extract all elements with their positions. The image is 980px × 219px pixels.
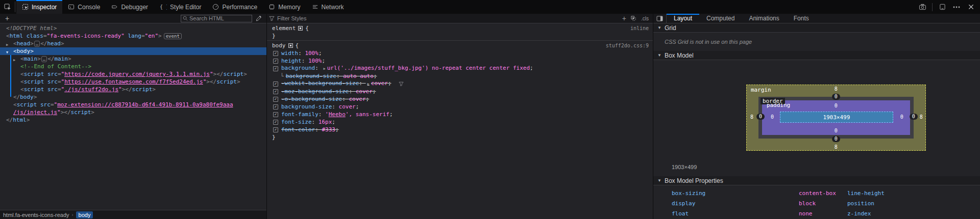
rule-source-link[interactable]: stuff2do.css:9 <box>606 42 649 49</box>
css-declaration[interactable]: ✓font-family: 'Heebo', sans-serif; <box>272 111 649 118</box>
pick-element-button[interactable] <box>0 2 15 12</box>
rule-source-link[interactable]: inline <box>630 24 649 32</box>
css-declaration[interactable]: ✓height: 100%; <box>272 57 649 65</box>
css-declaration[interactable]: ✓width: 100%; <box>272 49 649 57</box>
expand-value-icon[interactable]: ▶ <box>368 82 370 86</box>
declaration-checkbox[interactable]: ✓ <box>273 89 278 94</box>
box-model-properties-header[interactable]: ▼ Box Model Properties <box>653 176 980 185</box>
markup-token <box>44 70 47 78</box>
css-declaration[interactable]: ✓-webkit-background-size: ▶cover; <box>272 80 649 88</box>
tab-computed[interactable]: Computed <box>699 14 742 23</box>
css-declaration[interactable]: └background-size: auto auto; <box>272 72 649 80</box>
add-rule-button[interactable]: + <box>622 14 626 22</box>
sidebar-toggle-button[interactable] <box>653 14 667 23</box>
overridden-filter-icon[interactable] <box>399 81 404 86</box>
padding-left-value[interactable]: 0 <box>771 114 774 120</box>
markup-row[interactable]: <!--End of Content--> <box>0 63 266 70</box>
padding-bottom-value[interactable]: 0 <box>835 128 838 133</box>
declaration-checkbox[interactable]: ✓ <box>273 112 278 117</box>
toolbox-controls <box>916 0 980 14</box>
margin-left-value[interactable]: 8 <box>750 114 753 120</box>
markup-row[interactable]: <!DOCTYPE html> <box>0 24 266 32</box>
markup-row[interactable]: ▶<head>…</head> <box>0 40 266 47</box>
markup-row[interactable]: </body> <box>0 93 266 101</box>
rule-selector[interactable]: element <box>272 24 296 32</box>
breadcrumb-item[interactable]: body <box>76 211 93 218</box>
filter-styles-input[interactable] <box>277 15 620 21</box>
tab-memory[interactable]: Memory <box>263 0 306 14</box>
search-html-input[interactable] <box>189 15 250 21</box>
value-link[interactable]: Heebo <box>329 111 346 118</box>
event-badge[interactable]: event <box>164 33 182 39</box>
margin-right-value[interactable]: 8 <box>920 114 923 120</box>
declaration-checkbox[interactable]: ✓ <box>273 120 278 125</box>
breadcrumb-item[interactable]: html.fa-events-icons-ready <box>3 212 69 218</box>
expand-ellipsis-badge[interactable]: … <box>34 41 40 47</box>
markup-row[interactable]: <script src="https://use.fontawesome.com… <box>0 78 266 86</box>
highlight-selector-icon[interactable] <box>288 43 293 48</box>
markup-token: = <box>43 32 47 40</box>
css-declaration[interactable]: ✓font-size: 16px; <box>272 118 649 126</box>
declaration-checkbox[interactable]: ✓ <box>273 104 278 110</box>
box-model-section-header[interactable]: ▼ Box Model <box>653 51 980 60</box>
markup-row[interactable]: </html> <box>0 116 266 124</box>
markup-row[interactable]: <script src="./js/stuff2do.js"></script> <box>0 86 266 93</box>
css-declaration[interactable]: ✓background-size: cover; <box>272 103 649 111</box>
tab-inspector[interactable]: Inspector <box>16 0 62 14</box>
eyedropper-button[interactable] <box>253 14 264 23</box>
add-node-button[interactable]: + <box>2 14 12 23</box>
screenshot-button[interactable] <box>916 1 928 13</box>
border-bottom-value[interactable]: 0 <box>832 136 840 142</box>
css-declaration[interactable]: ✓-o-background-size: cover; <box>272 95 649 103</box>
declaration-checkbox[interactable]: ✓ <box>273 59 278 64</box>
close-button[interactable] <box>965 1 977 13</box>
border-top-value[interactable]: 0 <box>832 94 840 100</box>
box-model-section-body: 1903×499 margin border padding 8 0 0 8 0… <box>653 60 980 219</box>
declaration-checkbox[interactable]: ✓ <box>273 97 278 102</box>
markup-token: script <box>17 101 37 108</box>
css-declaration[interactable]: ✓-moz-background-size: cover; <box>272 88 649 95</box>
margin-bottom-value[interactable]: 8 <box>835 144 838 150</box>
markup-row[interactable]: <html class="fa-events-icons-ready" lang… <box>0 32 266 40</box>
tab-debugger[interactable]: Debugger <box>106 0 154 14</box>
toggle-classes-button[interactable]: .cls <box>641 16 649 21</box>
declaration-checkbox[interactable]: ✓ <box>273 81 278 87</box>
padding-top-value[interactable]: 0 <box>835 103 838 108</box>
tab-animations[interactable]: Animations <box>742 14 786 23</box>
markup-token: " <box>54 101 58 108</box>
tab-console[interactable]: Console <box>62 0 106 14</box>
highlight-selector-icon[interactable] <box>298 26 303 31</box>
markup-token: > <box>237 78 240 86</box>
border-right-value[interactable]: 0 <box>910 114 918 120</box>
markup-row[interactable]: <script src="https://code.jquery.com/jqu… <box>0 70 266 78</box>
pseudo-class-icon[interactable] <box>630 15 637 22</box>
css-declaration[interactable]: ✓background: ▶url('../images/stuff_bkg.j… <box>272 65 649 72</box>
expand-ellipsis-badge[interactable]: … <box>41 56 47 62</box>
declaration-checkbox[interactable]: ✓ <box>273 127 278 132</box>
responsive-design-button[interactable] <box>936 1 948 13</box>
tab-label: Animations <box>749 15 779 22</box>
markup-row[interactable]: ▼<body> <box>0 47 266 55</box>
markup-row[interactable]: /js/inject.js"></script> <box>0 108 266 116</box>
css-declaration[interactable]: ✓font-color: #333; <box>272 126 649 133</box>
declaration-checkbox[interactable]: ✓ <box>273 51 278 56</box>
border-left-value[interactable]: 0 <box>756 114 765 120</box>
meatball-menu-button[interactable] <box>950 1 963 13</box>
margin-top-value[interactable]: 8 <box>835 86 838 92</box>
tab-network[interactable]: Network <box>306 0 350 14</box>
markup-row[interactable]: ▶<main>…</main> <box>0 55 266 63</box>
markup-token <box>44 78 47 86</box>
tab-fonts[interactable]: Fonts <box>787 14 816 23</box>
tab-performance[interactable]: Performance <box>207 0 263 14</box>
declaration-checkbox[interactable]: ✓ <box>273 66 278 71</box>
markup-toolbar: + <box>0 14 266 23</box>
markup-row[interactable]: <script src="moz-extension://c887914b-d6… <box>0 101 266 108</box>
expand-value-icon[interactable]: ▶ <box>323 67 325 71</box>
box-model-content-box[interactable]: 1903×499 <box>780 112 893 123</box>
tab-style-editor[interactable]: { } Style Editor <box>154 0 207 14</box>
grid-section-header[interactable]: ▼ Grid <box>653 23 980 33</box>
tab-layout[interactable]: Layout <box>667 14 699 23</box>
rule-selector[interactable]: body <box>272 42 286 49</box>
padding-right-value[interactable]: 0 <box>900 114 903 120</box>
markup-token: < <box>13 101 17 108</box>
